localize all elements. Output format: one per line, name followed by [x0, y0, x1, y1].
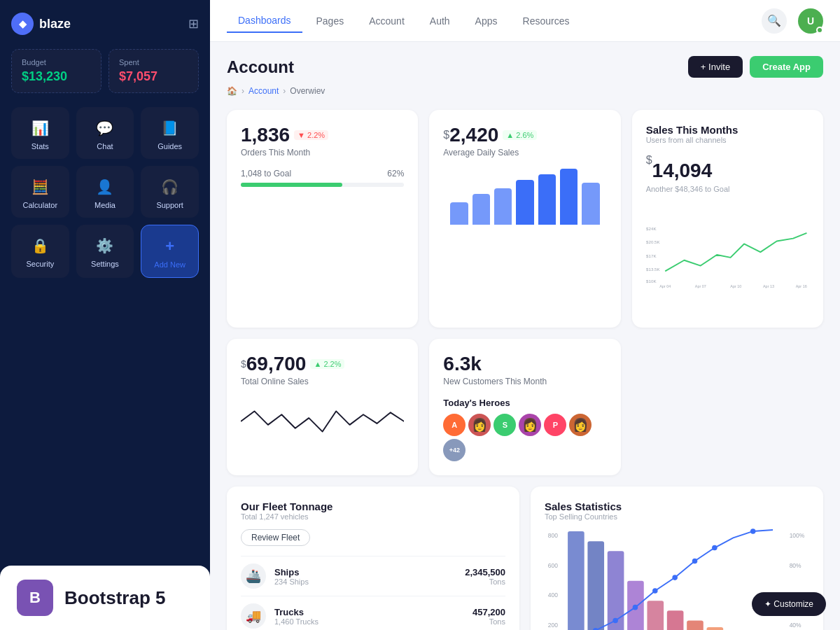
guides-label: Guides [158, 142, 182, 150]
top-nav: Dashboards Pages Account Auth Apps Resou… [210, 0, 840, 42]
sidebar-item-guides[interactable]: 📘 Guides [141, 107, 199, 159]
trucks-tons: 457,200 [472, 607, 505, 617]
trucks-value-area: 457,200 Tons [472, 607, 505, 626]
bar-1 [450, 202, 468, 225]
sidebar-item-calculator[interactable]: 🧮 Calculator [11, 166, 69, 218]
fleet-title: Our Fleet Tonnage [241, 500, 505, 512]
sales-prefix: $ [646, 154, 652, 167]
home-icon: 🏠 [227, 86, 237, 96]
search-button[interactable]: 🔍 [762, 8, 787, 34]
sales-month-card: Sales This Months Users from all channel… [632, 110, 823, 328]
progress-percent: 62% [387, 169, 404, 178]
svg-text:$13.5K: $13.5K [646, 267, 661, 272]
orders-card: 1,836 ▼ 2.2% Orders This Month 1,048 to … [227, 110, 418, 328]
bottom-branding: B Bootstrap 5 [0, 566, 210, 630]
svg-rect-19 [667, 610, 684, 630]
progress-row: 1,048 to Goal 62% [241, 169, 404, 178]
svg-text:200: 200 [548, 622, 558, 629]
svg-text:$10K: $10K [646, 279, 657, 284]
create-app-button[interactable]: Create App [750, 56, 823, 78]
avatar-initial: U [807, 15, 814, 27]
bar-5 [538, 174, 556, 225]
heroes-avatars: A 👩 S 👩 P 👩 +42 [443, 414, 606, 461]
nav-right: 🔍 U [762, 8, 823, 34]
breadcrumb: 🏠 › Account › Overwiev [227, 86, 823, 96]
svg-text:400: 400 [548, 592, 558, 598]
new-customers-card: 6.3k New Customers This Month Today's He… [429, 339, 620, 475]
sidebar-item-add-new[interactable]: + Add New [141, 225, 199, 278]
logo-icon: ◆ [11, 13, 34, 35]
page-title: Account [227, 57, 294, 77]
add-new-icon: + [160, 237, 180, 256]
create-app-label: Create App [762, 62, 811, 72]
daily-sales-card: $ 2,420 ▲ 2.6% Average Daily Sales [429, 110, 620, 328]
daily-sales-value: 2,420 [449, 124, 498, 146]
tab-resources[interactable]: Resources [512, 10, 581, 32]
spent-label: Spent [119, 58, 188, 66]
svg-text:Apr 10: Apr 10 [730, 284, 741, 288]
new-customers-value: 6.3k [443, 353, 482, 374]
sidebar-item-chat[interactable]: 💬 Chat [76, 107, 134, 159]
svg-point-33 [712, 545, 718, 551]
menu-icon[interactable]: ⊞ [188, 16, 199, 31]
bar-7 [582, 183, 599, 225]
security-icon: 🔒 [30, 236, 50, 255]
budget-value: $13,230 [22, 69, 91, 84]
breadcrumb-overview: Overwiev [290, 86, 325, 96]
budget-card: Budget $13,230 [11, 49, 102, 93]
avatar[interactable]: U [798, 8, 823, 34]
review-fleet-button[interactable]: Review Fleet [241, 529, 310, 546]
svg-text:40%: 40% [790, 622, 802, 629]
svg-text:Apr 16: Apr 16 [795, 284, 806, 288]
sidebar-item-settings[interactable]: ⚙️ Settings [76, 225, 134, 278]
svg-rect-15 [587, 541, 604, 630]
customize-button[interactable]: ✦ Customize [752, 592, 826, 616]
tab-auth[interactable]: Auth [419, 10, 461, 32]
hero-3: S [493, 414, 516, 436]
guides-icon: 📘 [160, 118, 180, 138]
tab-apps[interactable]: Apps [464, 10, 509, 32]
trucks-name: Trucks [274, 607, 318, 617]
total-sales-label: Total Online Sales [241, 377, 404, 386]
hero-count: +42 [443, 439, 465, 461]
settings-icon: ⚙️ [95, 236, 115, 255]
daily-sales-change: ▲ 2.6% [503, 130, 537, 140]
sales-title: Sales This Months [646, 124, 809, 136]
bar-4 [516, 180, 533, 225]
ships-value-area: 2,345,500 Tons [465, 567, 505, 586]
bar-2 [472, 194, 490, 225]
svg-text:$24K: $24K [646, 226, 657, 231]
page-content: Account + Invite Create App 🏠 › Account … [210, 42, 840, 630]
progress-label: 1,048 to Goal [241, 169, 291, 178]
tab-dashboards[interactable]: Dashboards [227, 9, 302, 33]
svg-rect-14 [568, 531, 584, 630]
tab-pages[interactable]: Pages [305, 10, 356, 32]
sidebar-item-stats[interactable]: 📊 Stats [11, 107, 69, 159]
svg-rect-20 [687, 621, 704, 630]
bar-6 [560, 169, 578, 225]
hero-1: A [443, 414, 465, 436]
svg-text:$17K: $17K [646, 253, 657, 258]
calculator-label: Calculator [23, 201, 58, 209]
chat-label: Chat [97, 142, 113, 150]
ships-unit: Tons [465, 578, 505, 586]
tab-account[interactable]: Account [358, 10, 416, 32]
svg-rect-18 [647, 601, 664, 630]
svg-point-31 [672, 575, 678, 580]
svg-point-29 [633, 605, 638, 610]
svg-text:100%: 100% [790, 532, 805, 539]
sales-stats-title: Sales Statistics [545, 500, 809, 512]
invite-button[interactable]: + Invite [688, 56, 743, 78]
hero-4: 👩 [519, 414, 541, 436]
svg-point-28 [612, 618, 618, 624]
ships-count: 234 Ships [274, 578, 309, 586]
sidebar-item-media[interactable]: 👤 Media [76, 166, 134, 218]
ships-info: Ships 234 Ships [274, 567, 309, 586]
sidebar-header: ◆ blaze ⊞ [11, 13, 199, 35]
daily-sales-label: Average Daily Sales [443, 148, 606, 158]
right-spacer [632, 339, 823, 475]
sidebar-item-support[interactable]: 🎧 Support [141, 166, 199, 218]
support-label: Support [156, 201, 183, 209]
breadcrumb-account[interactable]: Account [248, 86, 279, 96]
sidebar-item-security[interactable]: 🔒 Security [11, 225, 69, 278]
